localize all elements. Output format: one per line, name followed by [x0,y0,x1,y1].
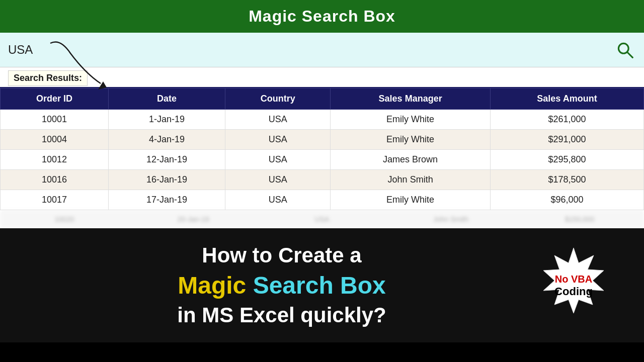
cell-manager: Emily White [331,110,491,130]
search-input[interactable] [8,43,614,57]
col-date: Date [108,88,225,110]
cell-manager: Emily White [331,190,491,210]
cell-amount: $295,800 [490,150,643,170]
cell-order_id: 10016 [1,170,109,190]
table-row: 1001616-Jan-19USAJohn Smith$178,500 [1,170,644,190]
cell-order_id: 10001 [1,110,109,130]
cell-amount: $178,500 [490,170,643,190]
top-section: Magic Search Box Search Results: Order I… [0,0,644,228]
header-bar: Magic Search Box [0,0,644,33]
cell-country: USA [225,130,331,150]
cell-country: USA [225,150,331,170]
cell-amount: $261,000 [490,110,643,130]
cell-date: 17-Jan-19 [108,190,225,210]
cell-manager: John Smith [331,170,491,190]
page-title: Magic Search Box [249,7,395,25]
blurred-rows: 10020 20-Jan-19 USA John Smith $150,000 [0,210,644,228]
search-icon [616,41,634,59]
results-table: Order ID Date Country Sales Manager Sale… [0,88,644,210]
table-row: 1001212-Jan-19USAJames Brown$295,800 [1,150,644,170]
svg-line-1 [627,52,633,58]
cell-date: 16-Jan-19 [108,170,225,190]
annotation-row: Search Results: [0,67,644,87]
promo-searchbox: Search Box [253,272,386,299]
cell-order_id: 10012 [1,150,109,170]
table-row: 100044-Jan-19USAEmily White$291,000 [1,130,644,150]
promo-line1: How to Create a [30,243,533,267]
cell-order_id: 10004 [1,130,109,150]
starburst-badge: No VBA Coding [533,245,614,326]
col-country: Country [225,88,331,110]
cell-country: USA [225,110,331,130]
cell-date: 1-Jan-19 [108,110,225,130]
cell-amount: $96,000 [490,190,643,210]
promo-magic: Magic [178,272,246,299]
cell-country: USA [225,190,331,210]
col-sales-manager: Sales Manager [331,88,491,110]
cell-amount: $291,000 [490,130,643,150]
table-row: 1001717-Jan-19USAEmily White$96,000 [1,190,644,210]
table-row: 100011-Jan-19USAEmily White$261,000 [1,110,644,130]
table-wrapper: Order ID Date Country Sales Manager Sale… [0,87,644,210]
cell-date: 12-Jan-19 [108,150,225,170]
col-order-id: Order ID [1,88,109,110]
search-button[interactable] [614,39,636,61]
cell-date: 4-Jan-19 [108,130,225,150]
promo-text: How to Create a Magic Search Box in MS E… [30,243,533,327]
search-area [0,33,644,67]
table-header-row: Order ID Date Country Sales Manager Sale… [1,88,644,110]
starburst-text: No VBA Coding [554,273,593,298]
col-sales-amount: Sales Amount [490,88,643,110]
badge-line1: No VBA [554,273,593,285]
promo-line2: Magic Search Box [30,272,533,299]
cell-order_id: 10017 [1,190,109,210]
cell-manager: Emily White [331,130,491,150]
cell-country: USA [225,170,331,190]
search-results-label: Search Results: [8,70,88,86]
cell-manager: James Brown [331,150,491,170]
badge-line2: Coding [554,285,593,298]
bottom-section: How to Create a Magic Search Box in MS E… [0,228,644,342]
promo-line3: in MS Excel quickly? [30,303,533,327]
